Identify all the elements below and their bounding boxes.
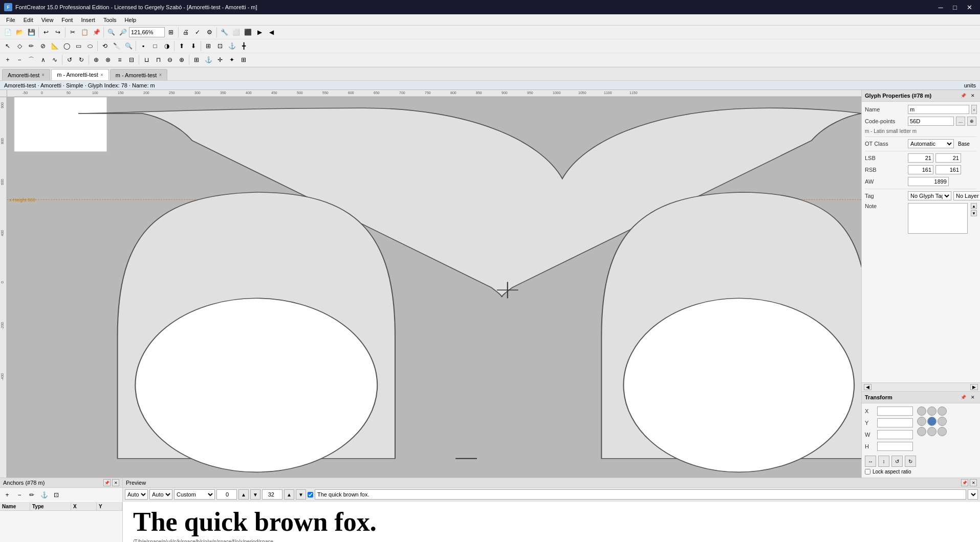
layer-tag-select[interactable]: No Layer Tag (953, 191, 980, 200)
boolean2[interactable]: ⊓ (153, 54, 164, 65)
anchor-snap-btn[interactable]: ⊡ (51, 489, 62, 501)
cp-btn2[interactable]: ⊕ (967, 117, 976, 126)
preview-spin-down[interactable]: ▼ (250, 489, 260, 500)
preview-spin-up[interactable]: ▲ (238, 489, 249, 500)
boolean3[interactable]: ⊖ (164, 54, 176, 65)
validate-btn[interactable]: ✓ (192, 27, 203, 38)
menu-view[interactable]: View (37, 16, 58, 24)
join-btn[interactable]: ⊕ (91, 54, 102, 65)
menu-font[interactable]: Font (57, 16, 77, 24)
boolean1[interactable]: ⊔ (141, 54, 152, 65)
menu-tools[interactable]: Tools (99, 16, 121, 24)
ellipse-btn[interactable]: ⬭ (84, 40, 96, 52)
preview-checkbox[interactable] (308, 492, 313, 498)
boolean4[interactable]: ⊕ (176, 54, 187, 65)
menu-file[interactable]: File (2, 16, 19, 24)
zoom-fit-btn[interactable]: ⊞ (165, 27, 177, 38)
arrange1[interactable]: ⬆ (176, 40, 187, 52)
y-input[interactable] (877, 418, 913, 427)
lock-aspect-label[interactable]: Lock aspect ratio (873, 469, 911, 475)
undo-btn[interactable]: ↩ (40, 27, 52, 38)
tab-amoretti-test[interactable]: Amoretti-test × (2, 69, 50, 80)
preview-dropdown[interactable]: ▼ (968, 489, 978, 500)
tools-5[interactable]: ◀ (266, 27, 277, 38)
zoom-out-btn[interactable]: 🔎 (117, 27, 128, 38)
del-anchor-btn[interactable]: − (14, 489, 25, 501)
anchor-mc[interactable] (927, 417, 937, 426)
preview-select-1[interactable]: Auto (125, 489, 148, 500)
flip-h-btn[interactable]: ↔ (865, 456, 876, 467)
table-btn[interactable]: ⊞ (191, 54, 202, 65)
zoom-in-btn[interactable]: 🔍 (105, 27, 117, 38)
tab-m-amoretti-2[interactable]: m - Amoretti-test × (110, 69, 168, 80)
open-btn[interactable]: 📂 (14, 27, 25, 38)
stroke-btn[interactable]: □ (149, 40, 161, 52)
guide-btn[interactable]: ╋ (238, 40, 249, 52)
tools-1[interactable]: 🔧 (219, 27, 230, 38)
preview-spin2-up[interactable]: ▲ (284, 489, 294, 500)
tab-close-2[interactable]: × (159, 72, 162, 78)
note-scroll-down[interactable]: ▼ (971, 210, 977, 216)
preview-text-input[interactable] (315, 489, 966, 500)
select-btn[interactable]: ↖ (2, 40, 13, 52)
rsb-input1[interactable] (908, 165, 933, 174)
copy-btn[interactable]: 📋 (79, 27, 90, 38)
gradient-btn[interactable]: ◑ (161, 40, 172, 52)
canvas-area[interactable]: -50 0 50 100 150 200 250 300 350 400 450… (0, 90, 861, 478)
eraser-btn[interactable]: ⊘ (37, 40, 49, 52)
print-btn[interactable]: 🖨 (180, 27, 191, 38)
grid-btn[interactable]: ⊞ (203, 40, 214, 52)
align-btn[interactable]: ≡ (114, 54, 125, 65)
lsb-input2[interactable] (935, 153, 961, 163)
tangent-btn[interactable]: ∿ (49, 54, 60, 65)
tools-2[interactable]: ⬜ (230, 27, 242, 38)
glyph-tag-select[interactable]: No Glyph Tag (908, 191, 951, 200)
anchor-move-btn[interactable]: ⚓ (38, 489, 50, 501)
x-input[interactable] (877, 406, 913, 416)
name-expand-btn[interactable]: ⬦ (971, 105, 977, 114)
tools-3[interactable]: ⬛ (242, 27, 253, 38)
close-button[interactable]: ✕ (963, 3, 976, 12)
tab-m-amoretti-active[interactable]: m - Amoretti-test × (51, 69, 109, 80)
direction-btn[interactable]: ↻ (76, 54, 87, 65)
panel-close-btn[interactable]: ✕ (969, 92, 977, 100)
preview-custom-select[interactable]: Custom (174, 489, 215, 500)
anchor-edit-btn[interactable]: ✏ (26, 489, 37, 501)
cp-btn1[interactable]: … (956, 117, 965, 126)
snap-btn[interactable]: ⊡ (214, 40, 226, 52)
misc1[interactable]: ✦ (226, 54, 237, 65)
transform-close-btn[interactable]: ✕ (969, 393, 977, 401)
lock-aspect-checkbox[interactable] (865, 469, 870, 475)
pen-btn[interactable]: ✏ (26, 40, 37, 52)
zoom2-btn[interactable]: 🔍 (123, 40, 134, 52)
lsb-input1[interactable] (908, 153, 933, 163)
glyph-svg[interactable] (7, 97, 861, 478)
new-btn[interactable]: 📄 (2, 27, 13, 38)
knife-btn[interactable]: 🔪 (111, 40, 122, 52)
rotate-ccw-btn[interactable]: ↺ (891, 456, 903, 467)
transform-pin-btn[interactable]: 📌 (959, 393, 967, 401)
preview-select-2[interactable]: Auto (149, 489, 172, 500)
guide2-btn[interactable]: ✛ (214, 54, 226, 65)
menu-edit[interactable]: Edit (19, 16, 37, 24)
preview-num-2[interactable] (262, 489, 282, 500)
anchor-mr[interactable] (938, 417, 947, 426)
anchor-ml[interactable] (917, 417, 926, 426)
add-anchor-btn[interactable]: + (2, 489, 13, 501)
otclass-select[interactable]: Automatic (908, 139, 954, 148)
minimize-button[interactable]: ─ (934, 3, 947, 12)
anchor-bl[interactable] (917, 427, 926, 436)
name-input[interactable] (908, 105, 969, 114)
tab-close-1[interactable]: × (100, 72, 103, 78)
canvas-content[interactable]: x-Height 860 (7, 97, 861, 478)
reverse-btn[interactable]: ↺ (64, 54, 75, 65)
preview-spin2-down[interactable]: ▼ (296, 489, 306, 500)
menu-insert[interactable]: Insert (77, 16, 99, 24)
add-node-btn[interactable]: + (2, 54, 13, 65)
arrange2[interactable]: ⬇ (188, 40, 199, 52)
anchors-pin[interactable]: 📌 (103, 479, 111, 486)
preview-close[interactable]: ✕ (970, 479, 977, 486)
measure-btn[interactable]: 📐 (49, 40, 60, 52)
anchor-br[interactable] (938, 427, 947, 436)
codepoints-input[interactable] (908, 117, 954, 126)
